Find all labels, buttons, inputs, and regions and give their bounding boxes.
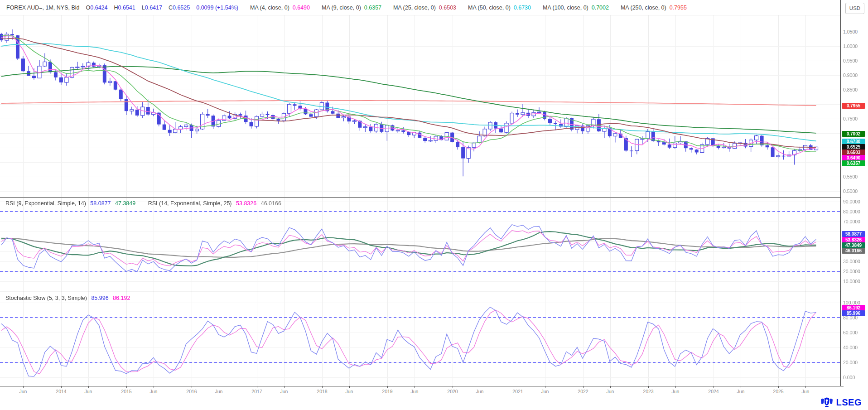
x-axis-tickmark xyxy=(648,386,649,388)
x-axis-tickmark xyxy=(583,386,583,388)
rsi-axis-badge: 58.0877 xyxy=(842,231,865,237)
net-change: 0.0099 (+1.54%) xyxy=(196,5,238,11)
rsi-axis-tick: 70.0000 xyxy=(843,219,860,224)
price-axis-tick: 1.0500 xyxy=(843,29,858,34)
price-axis-tick: 1.0000 xyxy=(843,43,858,49)
x-axis-label: Jun xyxy=(280,389,288,394)
rsi-axis-badge: 46.0166 xyxy=(842,248,865,254)
ma9-legend: MA (9, close, 0) 0.6357 xyxy=(322,5,381,11)
y-axis-line xyxy=(840,0,841,386)
x-axis-label: 2019 xyxy=(382,389,392,394)
price-axis-tick: 0.5500 xyxy=(843,174,858,179)
x-axis-label: 2023 xyxy=(643,389,653,394)
x-axis-tickmark xyxy=(778,386,779,388)
ohlc-high: H0.6541 xyxy=(114,5,135,11)
x-axis-label: 2024 xyxy=(708,389,719,394)
ma25-legend: MA (25, close, 0) 0.6503 xyxy=(393,5,456,11)
x-axis-label: Jun xyxy=(672,389,680,394)
x-axis-tickmark xyxy=(284,386,285,388)
stochastic-panel-canvas[interactable] xyxy=(0,291,841,386)
x-axis-label: 2018 xyxy=(317,389,327,394)
x-axis-tickmark xyxy=(192,386,192,388)
price-axis-tick: 0.7500 xyxy=(843,116,858,121)
x-axis-tickmark xyxy=(154,386,154,388)
x-axis-tickmark xyxy=(453,386,453,388)
stoch-axis-badge: 85.996 xyxy=(842,310,865,316)
x-axis-tickmark xyxy=(349,386,350,388)
stoch-axis-tick: 40.000 xyxy=(843,345,858,350)
stoch-axis-tick: 20.000 xyxy=(843,360,858,365)
x-axis-tickmark xyxy=(610,386,611,388)
currency-button[interactable]: USD xyxy=(845,3,864,14)
rsi-panel-canvas[interactable] xyxy=(0,198,841,291)
rsi-axis-tick: 10.0000 xyxy=(843,279,860,284)
rsi-axis-tick: 90.0000 xyxy=(843,199,860,204)
x-axis-label: Jun xyxy=(19,389,27,394)
x-axis-label: Jun xyxy=(150,389,158,394)
ohlc-low: L0.6417 xyxy=(142,5,162,11)
ohlc-close: C0.6525 xyxy=(169,5,190,11)
price-axis-tick: 0.8500 xyxy=(843,87,858,92)
price-panel-canvas[interactable] xyxy=(0,15,841,197)
x-axis-label: 2016 xyxy=(186,389,197,394)
rsi-legend: RSI (9, Exponential, Simple, 14) 58.0877… xyxy=(5,200,284,207)
x-axis-label: Jun xyxy=(346,389,353,394)
x-axis-label: 2025 xyxy=(773,389,783,394)
x-axis-label: Jun xyxy=(607,389,614,394)
x-axis-label: Jun xyxy=(737,389,745,394)
price-axis-badge: 0.7002 xyxy=(842,131,865,137)
x-axis-tickmark xyxy=(126,386,127,388)
instrument-title: FOREX AUD=, 1M, NYS, Bid xyxy=(6,5,80,11)
x-axis-tickmark xyxy=(23,386,24,388)
ma4-legend: MA (4, close, 0) 0.6490 xyxy=(250,5,310,11)
lseg-logo: LSEG xyxy=(820,397,862,408)
x-axis-label: Jun xyxy=(215,389,223,394)
ma50-legend: MA (50, close, 0) 0.6730 xyxy=(468,5,531,11)
x-axis-tickmark xyxy=(322,386,323,388)
x-axis-tickmark xyxy=(805,386,806,388)
x-axis-tickmark xyxy=(675,386,676,388)
x-axis-tickmark xyxy=(257,386,257,388)
price-axis-badge: 0.6357 xyxy=(842,160,865,166)
x-axis-label: 2014 xyxy=(56,389,66,394)
ohlc-open: O0.6424 xyxy=(86,5,108,11)
x-axis-label: Jun xyxy=(411,389,419,394)
x-axis-tickmark xyxy=(219,386,219,388)
rsi-axis-tick: 20.0000 xyxy=(843,269,860,274)
ma250-legend: MA (250, close, 0) 0.7955 xyxy=(621,5,687,11)
price-legend-bar: FOREX AUD=, 1M, NYS, Bid O0.6424 H0.6541… xyxy=(0,0,840,15)
stochastic-legend: Stochastic Slow (5, 3, 3, Simple) 85.996… xyxy=(5,295,133,301)
x-axis-tickmark xyxy=(88,386,89,388)
legend-divider xyxy=(0,15,840,15)
x-axis-label: 2015 xyxy=(121,389,131,394)
rsi-axis-tick: 30.0000 xyxy=(843,259,860,264)
price-axis-tick: 0.5000 xyxy=(843,188,858,194)
x-axis-label: Jun xyxy=(476,389,484,394)
x-axis-label: 2021 xyxy=(512,389,523,394)
x-axis-label: 2022 xyxy=(578,389,588,394)
x-axis-label: 2017 xyxy=(251,389,262,394)
rsi-stoch-divider xyxy=(0,291,841,291)
x-axis-tickmark xyxy=(545,386,545,388)
x-axis-tickmark xyxy=(518,386,518,388)
lseg-crest-icon xyxy=(820,397,834,408)
price-axis-tick: 0.9500 xyxy=(843,58,858,63)
chart-application-window: FOREX AUD=, 1M, NYS, Bid O0.6424 H0.6541… xyxy=(0,0,868,410)
price-axis-badge: 0.7955 xyxy=(842,103,865,109)
x-axis-label: 2020 xyxy=(447,389,458,394)
x-axis-tickmark xyxy=(480,386,480,388)
ma100-legend: MA (100, close, 0) 0.7002 xyxy=(543,5,609,11)
stoch-axis-tick: 0.000 xyxy=(843,375,855,380)
rsi-axis-tick: 80.0000 xyxy=(843,209,860,214)
x-axis-tickmark xyxy=(415,386,415,388)
x-axis-label: Jun xyxy=(85,389,92,394)
stoch-axis-tick: 60.000 xyxy=(843,330,858,335)
price-axis-tick: 0.9000 xyxy=(843,72,858,78)
x-axis-label: Jun xyxy=(541,389,549,394)
price-rsi-divider xyxy=(0,197,841,198)
x-axis-tickmark xyxy=(741,386,741,388)
x-axis-tickmark xyxy=(387,386,388,388)
lseg-logo-text: LSEG xyxy=(836,397,862,408)
x-axis-tickmark xyxy=(61,386,62,388)
x-axis-label: Jun xyxy=(802,389,810,394)
